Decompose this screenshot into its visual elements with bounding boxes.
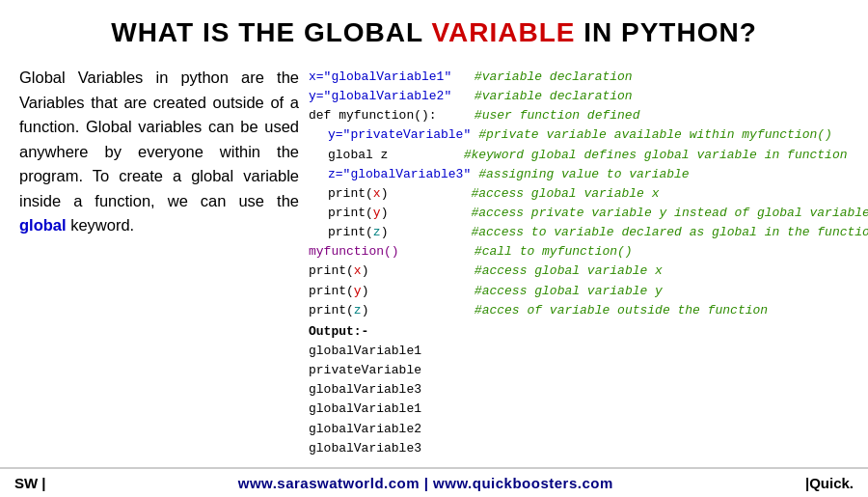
comment-6: #assigning value to variable — [478, 165, 689, 184]
comment-7: #access global variable x — [395, 184, 659, 204]
code-var-x: x="globalVariable1" — [309, 68, 451, 87]
footer: SW | www.saraswatworld.com | www.quickbo… — [0, 467, 868, 497]
code-line-7: print(x) #access global variable x — [309, 184, 868, 204]
comment-10: #call to myfunction() — [407, 242, 633, 262]
comment-4: #private variable available within myfun… — [478, 125, 832, 145]
global-keyword: global — [19, 216, 67, 234]
code-line-13: print(z) #acces of variable outside the … — [309, 301, 868, 320]
header-highlight: VARIABLE — [431, 17, 575, 47]
code-def: def myfunction(): — [309, 106, 437, 125]
comment-2: #variable declaration — [459, 87, 632, 106]
comment-8: #access private variable y instead of gl… — [395, 204, 868, 223]
output-label: Output:- — [309, 322, 868, 342]
output-line-4: globalVariable1 — [309, 400, 868, 419]
code-print-x-2: print(x) — [309, 262, 368, 281]
code-line-2: y="globalVariable2" #variable declaratio… — [309, 87, 868, 106]
code-line-4: y="privateVariable" #private variable av… — [309, 125, 868, 145]
code-var-y: y="globalVariable2" — [309, 87, 451, 106]
output-line-1: globalVariable1 — [309, 342, 868, 361]
output-values: globalVariable1 privateVariable globalVa… — [309, 342, 868, 458]
left-text-panel: Global Variables in python are the Varia… — [19, 66, 299, 458]
comment-5: #keyword global defines global variable … — [395, 146, 847, 165]
code-line-9: print(z) #access to variable declared as… — [309, 223, 868, 242]
code-print-y-2: print(y) — [309, 282, 368, 301]
code-var-z: z="globalVariable3" — [328, 165, 471, 184]
footer-right: |Quick. — [805, 475, 854, 491]
content-area: Global Variables in python are the Varia… — [0, 58, 868, 458]
code-myfunction-call: myfunction() — [309, 242, 399, 262]
code-line-5: global z #keyword global defines global … — [309, 146, 868, 165]
code-print-z-1: print(z) — [328, 223, 388, 242]
output-line-2: privateVariable — [309, 361, 868, 380]
comment-12: #access global variable y — [376, 282, 662, 301]
footer-website2[interactable]: www.quickboosters.com — [433, 475, 613, 491]
header-prefix: WHAT IS THE GLOBAL — [111, 17, 431, 47]
code-panel: x="globalVariable1" #variable declaratio… — [309, 66, 868, 458]
output-line-6: globalVariable3 — [309, 439, 868, 458]
code-line-8: print(y) #access private variable y inst… — [309, 204, 868, 223]
header-suffix: IN PYTHON? — [575, 17, 756, 47]
code-line-12: print(y) #access global variable y — [309, 282, 868, 301]
code-line-3: def myfunction(): #user function defined — [309, 106, 868, 125]
footer-left: SW | — [14, 475, 46, 491]
output-line-3: globalVariable3 — [309, 380, 868, 400]
code-line-6: z="globalVariable3" #assigning value to … — [309, 165, 868, 184]
code-print-y-1: print(y) — [328, 204, 388, 223]
code-global-z: global z — [328, 146, 388, 165]
footer-website1[interactable]: www.saraswatworld.com — [238, 475, 420, 491]
page-header: WHAT IS THE GLOBAL VARIABLE IN PYTHON? — [0, 0, 868, 58]
comment-11: #access global variable x — [376, 262, 662, 281]
code-print-x-1: print(x) — [328, 184, 388, 204]
footer-separator: | — [424, 475, 433, 491]
code-line-11: print(x) #access global variable x — [309, 262, 868, 281]
comment-3: #user function defined — [445, 106, 640, 125]
comment-13: #acces of variable outside the function — [376, 301, 768, 320]
code-line-1: x="globalVariable1" #variable declaratio… — [309, 68, 868, 87]
comment-9: #access to variable declared as global i… — [395, 223, 868, 242]
footer-center: www.saraswatworld.com | www.quickbooster… — [238, 475, 613, 491]
code-private-y: y="privateVariable" — [328, 125, 471, 145]
output-line-5: globalVariable2 — [309, 420, 868, 439]
code-print-z-2: print(z) — [309, 301, 368, 320]
comment-1: #variable declaration — [459, 68, 632, 87]
code-line-10: myfunction() #call to myfunction() — [309, 242, 868, 262]
